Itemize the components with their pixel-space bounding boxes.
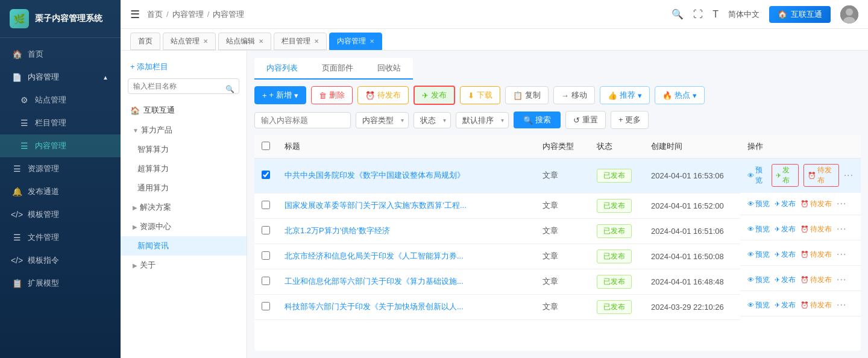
pending-link[interactable]: ⏰ 待发布 (800, 275, 832, 285)
download-button[interactable]: ⬇ 下载 (460, 86, 500, 104)
hot-button[interactable]: 🔥 热点 ▾ (655, 86, 705, 104)
preview-link[interactable]: 👁 预览 (747, 224, 770, 234)
row-title: 北京1.2万P算力'供给'数字经济 (277, 218, 535, 243)
preview-link[interactable]: 👁 预览 (747, 250, 770, 260)
preview-link[interactable]: 👁 预览 (747, 199, 770, 209)
row-checkbox[interactable] (262, 251, 270, 260)
pending-link[interactable]: ⏰ 待发布 (800, 250, 832, 260)
preview-link[interactable]: 👁 预览 (747, 165, 767, 186)
tab-page-widget[interactable]: 页面部件 (310, 58, 365, 80)
search-icon[interactable]: 🔍 (671, 8, 684, 20)
more-actions-icon[interactable]: ··· (844, 170, 854, 181)
portal-button[interactable]: 🏠 互联互通 (769, 6, 831, 23)
tab-recycle[interactable]: 回收站 (365, 58, 413, 80)
sidebar-item-resource-management[interactable]: ☰ 资源管理 (0, 157, 121, 180)
pending-link[interactable]: ⏰ 待发布 (800, 199, 832, 209)
reset-button[interactable]: ↺ 重置 (565, 111, 606, 129)
pending-link[interactable]: ⏰ 待发布 (800, 224, 832, 234)
more-actions-icon[interactable]: ··· (837, 224, 846, 234)
more-actions-icon[interactable]: ··· (837, 198, 846, 209)
publish-link[interactable]: ✈ 发布 (775, 224, 796, 234)
tree-root[interactable]: 🏠 互联互通 (121, 100, 247, 121)
sidebar-item-column-management[interactable]: ☰ 栏目管理 (0, 111, 121, 134)
pending-publish-button[interactable]: ⏰ 待发布 (357, 86, 409, 104)
row-created-time: 2024-04-01 16:51:06 (644, 218, 740, 243)
sidebar-item-home-label: 首页 (28, 49, 43, 60)
title-search-input[interactable] (254, 112, 351, 128)
status-select[interactable]: 状态 (414, 112, 451, 128)
search-button[interactable]: 🔍 搜索 (514, 111, 561, 128)
column-mgmt-icon: ☰ (19, 118, 29, 128)
tree-group-jiejue[interactable]: ▶ 解决方案 (121, 198, 247, 217)
publish-link[interactable]: ✈ 发布 (775, 275, 796, 285)
tab-site-edit[interactable]: 站点编辑 ✕ (218, 33, 271, 50)
more-actions-icon[interactable]: ··· (837, 300, 846, 310)
tab-site-edit-close-icon[interactable]: ✕ (259, 38, 263, 45)
publish-link[interactable]: ✈ 发布 (775, 300, 796, 310)
row-checkbox[interactable] (262, 226, 270, 234)
pending-link[interactable]: ⏰ 待发布 (804, 164, 839, 187)
content-type-select[interactable]: 内容类型 (356, 112, 409, 128)
tree-group-ziyuan[interactable]: ▶ 资源中心 (121, 217, 247, 236)
tree-item-zhisuan[interactable]: 智算算力 (121, 140, 247, 159)
publish-link[interactable]: ✈ 发布 (775, 199, 796, 209)
table-row: 工业和信息化部等六部门关于印发《算力基础设施...文章已发布2024-04-01… (254, 269, 861, 294)
sidebar-item-inner-content[interactable]: ☰ 内容管理 (0, 134, 121, 157)
sidebar-item-publish-channel[interactable]: 🔔 发布通道 (0, 180, 121, 203)
sidebar-item-content-management[interactable]: 📄 内容管理 ▲ (0, 66, 121, 89)
row-checkbox[interactable] (262, 201, 270, 209)
tree-item-xinwen[interactable]: 新闻资讯 (121, 236, 247, 256)
breadcrumb-home[interactable]: 首页 (147, 9, 163, 20)
column-search-input[interactable] (128, 78, 239, 94)
delete-button[interactable]: 🗑 删除 (311, 86, 353, 104)
more-actions-icon[interactable]: ··· (837, 249, 846, 260)
lang-button[interactable]: 简体中文 (728, 9, 760, 20)
sort-select[interactable]: 默认排序 (456, 112, 509, 128)
tree-item-tongyong[interactable]: 通用算力 (121, 178, 247, 198)
sidebar-item-site-management[interactable]: ⚙ 站点管理 (0, 89, 121, 111)
row-checkbox[interactable] (262, 302, 270, 310)
preview-link[interactable]: 👁 预览 (747, 300, 770, 310)
more-actions-icon[interactable]: ··· (837, 274, 846, 285)
publish-icon: ✈ (422, 91, 429, 100)
copy-button[interactable]: 📋 复制 (505, 86, 549, 104)
tab-site-management[interactable]: 站点管理 ✕ (163, 33, 216, 50)
sidebar-item-home[interactable]: 🏠 首页 (0, 43, 121, 66)
add-column-button[interactable]: + 添加栏目 (121, 58, 247, 78)
sidebar-item-extend-model[interactable]: 📋 扩展模型 (0, 272, 121, 295)
menu-toggle-icon[interactable]: ☰ (130, 8, 140, 21)
tree-item-chaosuan[interactable]: 超算算力 (121, 159, 247, 178)
tree-group-suanli[interactable]: ▼ 算力产品 (121, 121, 247, 140)
select-all-checkbox[interactable] (262, 142, 270, 150)
sidebar-item-template-directive[interactable]: </> 模板指令 (0, 249, 121, 272)
publish-button[interactable]: ✈ 发布 (414, 86, 455, 105)
tab-column-close-icon[interactable]: ✕ (314, 38, 319, 45)
tree-group-guanyu[interactable]: ▶ 关于 (121, 256, 247, 275)
user-avatar[interactable] (840, 5, 858, 24)
tab-content-list[interactable]: 内容列表 (254, 58, 310, 80)
sidebar-item-file-management[interactable]: ☰ 文件管理 (0, 226, 121, 249)
publish-link[interactable]: ✈ 发布 (772, 164, 798, 187)
tab-content-close-icon[interactable]: ✕ (370, 38, 374, 45)
tab-site-close-icon[interactable]: ✕ (203, 38, 208, 45)
tab-column-management[interactable]: 栏目管理 ✕ (274, 33, 327, 50)
font-icon[interactable]: T (712, 9, 719, 20)
chevron-up-icon: ▲ (102, 74, 108, 81)
publish-link[interactable]: ✈ 发布 (775, 250, 796, 260)
pending-link[interactable]: ⏰ 待发布 (800, 300, 832, 310)
more-button[interactable]: + 更多 (611, 111, 649, 129)
row-checkbox[interactable] (262, 171, 270, 179)
preview-link[interactable]: 👁 预览 (747, 275, 770, 285)
breadcrumb-content-mgmt[interactable]: 内容管理 (172, 9, 204, 20)
fullscreen-icon[interactable]: ⛶ (693, 9, 703, 20)
move-button[interactable]: → 移动 (553, 86, 595, 104)
reset-label: 重置 (582, 115, 598, 125)
add-button[interactable]: + + 新增 ▾ (254, 86, 306, 104)
row-checkbox[interactable] (262, 277, 270, 285)
tab-content-management[interactable]: 内容管理 ✕ (329, 33, 382, 50)
table-row: 北京市经济和信息化局关于印发《人工智能算力券...文章已发布2024-04-01… (254, 243, 861, 269)
sidebar-item-template-management[interactable]: </> 模板管理 (0, 203, 121, 226)
hot-arrow: ▾ (693, 91, 697, 100)
recommend-button[interactable]: 👍 推荐 ▾ (600, 86, 650, 104)
tab-home[interactable]: 首页 (130, 33, 160, 50)
